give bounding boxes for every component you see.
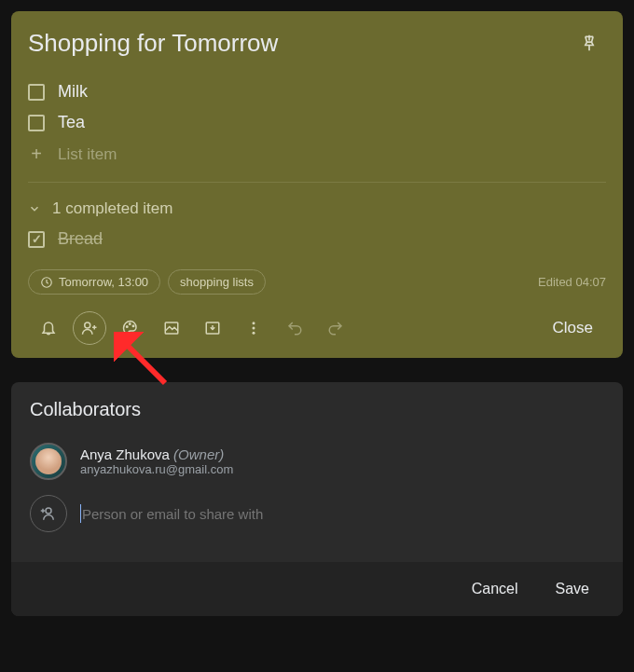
undo-icon	[286, 320, 303, 336]
more-button[interactable]	[233, 309, 274, 347]
item-text[interactable]: Bread	[58, 229, 103, 249]
item-text[interactable]: Milk	[58, 82, 88, 102]
avatar-image	[35, 448, 62, 474]
bell-icon	[40, 320, 57, 336]
list-item[interactable]: Tea	[28, 107, 606, 138]
reminder-chip[interactable]: Tomorrow, 13:00	[28, 269, 160, 295]
plus-icon: +	[28, 144, 45, 165]
palette-icon	[122, 320, 139, 336]
person-add-icon	[81, 320, 98, 336]
undo-button[interactable]	[274, 309, 315, 347]
clock-icon	[40, 276, 53, 289]
collaborator-email: anyazhukova.ru@gmail.com	[80, 462, 233, 476]
label-text: shopping lists	[180, 275, 254, 289]
pin-icon	[580, 34, 599, 52]
label-chip[interactable]: shopping lists	[168, 269, 266, 295]
image-button[interactable]	[151, 309, 192, 347]
image-icon	[163, 320, 180, 336]
note-card: Shopping for Tomorrow Milk Tea + List it…	[11, 11, 623, 358]
svg-point-10	[253, 322, 255, 324]
owner-role: (Owner)	[173, 446, 224, 462]
collaborator-row: Anya Zhukova (Owner) anyazhukova.ru@gmai…	[11, 435, 623, 487]
cancel-button[interactable]: Cancel	[472, 581, 518, 597]
note-header: Shopping for Tomorrow	[28, 26, 606, 60]
svg-point-6	[132, 325, 134, 327]
svg-point-12	[253, 332, 255, 335]
item-text[interactable]: Tea	[58, 113, 85, 132]
archive-button[interactable]	[192, 309, 233, 347]
close-button[interactable]: Close	[540, 311, 606, 345]
svg-point-5	[130, 323, 131, 325]
reminder-text: Tomorrow, 13:00	[59, 275, 148, 289]
checkbox-icon[interactable]	[28, 115, 45, 131]
archive-icon	[204, 320, 221, 336]
collaborators-footer: Cancel Save	[11, 562, 623, 616]
avatar	[30, 443, 67, 480]
owner-name: Anya Zhukova	[80, 446, 170, 462]
note-toolbar: Close	[28, 302, 606, 347]
list-item[interactable]: Bread	[28, 224, 606, 254]
divider	[28, 182, 606, 183]
unchecked-items: Milk Tea + List item	[28, 76, 606, 171]
chips: Tomorrow, 13:00 shopping lists	[28, 269, 266, 295]
completed-label: 1 completed item	[52, 199, 172, 218]
collaborators-card: Collaborators Anya Zhukova (Owner) anyaz…	[11, 382, 623, 616]
add-item-row[interactable]: + List item	[28, 138, 606, 171]
note-title[interactable]: Shopping for Tomorrow	[28, 29, 278, 58]
toolbar-icons	[28, 309, 356, 347]
checkbox-checked-icon[interactable]	[28, 231, 45, 248]
edited-timestamp: Edited 04:07	[538, 275, 606, 289]
chevron-down-icon	[28, 202, 41, 215]
collaborator-button[interactable]	[73, 311, 106, 345]
share-input[interactable]	[80, 504, 604, 523]
add-item-placeholder: List item	[58, 145, 117, 164]
list-item[interactable]: Milk	[28, 76, 606, 107]
meta-row: Tomorrow, 13:00 shopping lists Edited 04…	[28, 269, 606, 295]
collaborators-title: Collaborators	[11, 382, 623, 435]
redo-button[interactable]	[315, 309, 356, 347]
svg-point-1	[85, 322, 90, 328]
remind-me-button[interactable]	[28, 309, 69, 347]
collaborator-info: Anya Zhukova (Owner) anyazhukova.ru@gmai…	[80, 446, 233, 476]
redo-icon	[327, 320, 344, 336]
completed-toggle[interactable]: 1 completed item	[28, 194, 606, 224]
person-add-icon	[40, 505, 57, 522]
color-button[interactable]	[110, 309, 151, 347]
svg-point-4	[127, 326, 129, 328]
checkbox-icon[interactable]	[28, 84, 45, 101]
add-collaborator-row[interactable]	[11, 487, 623, 540]
more-vert-icon	[245, 320, 262, 336]
collaborator-name: Anya Zhukova (Owner)	[80, 446, 233, 462]
pin-button[interactable]	[572, 26, 606, 60]
add-person-avatar	[30, 495, 67, 532]
svg-point-11	[253, 327, 255, 330]
save-button[interactable]: Save	[556, 581, 589, 597]
svg-point-15	[46, 508, 51, 514]
